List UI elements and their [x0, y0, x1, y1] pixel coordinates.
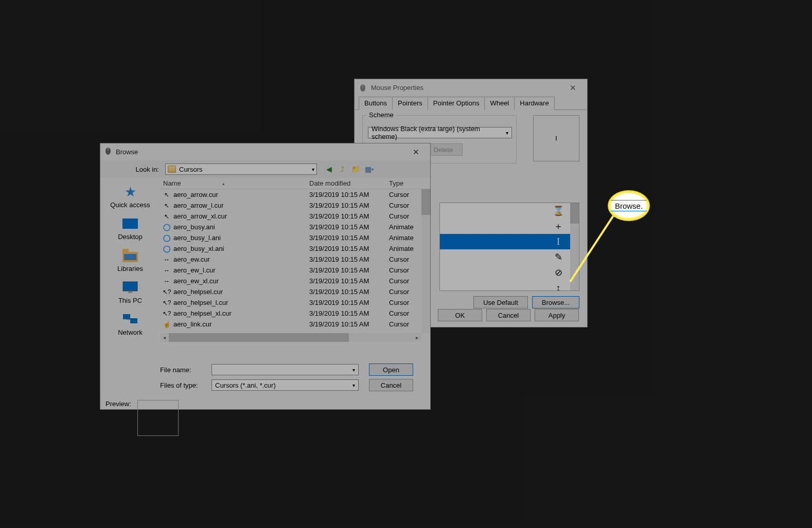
up-one-level-icon[interactable]: ⤴ [338, 165, 347, 174]
col-date[interactable]: Date modified [309, 179, 389, 187]
file-list-rows[interactable]: ↖aero_arrow.cur3/19/2019 10:15 AMCursor↖… [160, 189, 430, 333]
file-icon: ↖ [163, 213, 170, 220]
tab-pointer-options[interactable]: Pointer Options [428, 97, 485, 110]
new-folder-icon[interactable]: 📁 [351, 165, 360, 174]
vertical-scrollbar[interactable] [421, 189, 430, 333]
back-icon[interactable]: ◀ [324, 165, 333, 174]
pointer-preview: I [533, 115, 579, 161]
file-row[interactable]: ☝aero_link.cur3/19/2019 10:15 AMCursor [160, 319, 430, 330]
places-bar: ★ Quick access Desktop Libraries This PC… [100, 178, 160, 358]
place-quick-access[interactable]: ★ Quick access [100, 182, 160, 211]
svg-rect-7 [124, 254, 136, 260]
tab-hardware[interactable]: Hardware [514, 97, 554, 110]
tab-wheel[interactable]: Wheel [484, 97, 515, 110]
file-name-label: File name: [160, 366, 211, 374]
unavailable-icon: ⊘ [552, 267, 564, 278]
place-desktop[interactable]: Desktop [100, 214, 160, 243]
file-type: Cursor [389, 277, 417, 285]
file-row[interactable]: ◯aero_busy.ani3/19/2019 10:15 AMAnimate [160, 222, 430, 232]
files-of-type-label: Files of type: [160, 381, 211, 389]
tab-pointers[interactable]: Pointers [392, 97, 428, 110]
file-row[interactable]: ↖?aero_helpsel.cur3/19/2019 10:15 AMCurs… [160, 286, 430, 297]
file-type: Animate [389, 245, 417, 252]
mouse-properties-title: Mouse Properties [371, 84, 562, 92]
file-row[interactable]: ↔aero_ew_l.cur3/19/2019 10:15 AMCursor [160, 265, 430, 276]
scheme-select[interactable]: Windows Black (extra large) (system sche… [368, 127, 512, 138]
file-name: aero_arrow_l.cur [173, 202, 224, 209]
close-icon[interactable]: ✕ [562, 82, 583, 94]
scrollbar-thumb[interactable] [421, 189, 430, 215]
file-icon: ◯ [163, 234, 170, 242]
customize-row-busy[interactable]: ⌛ [440, 203, 579, 219]
horizontal-scrollbar[interactable]: ◂ ▸ [160, 333, 421, 342]
file-row[interactable]: ◯aero_busy_xl.ani3/19/2019 10:15 AMAnima… [160, 243, 430, 254]
file-row[interactable]: ↖aero_arrow_xl.cur3/19/2019 10:15 AMCurs… [160, 211, 430, 222]
file-row[interactable]: ↖?aero_helpsel_xl.cur3/19/2019 10:15 AMC… [160, 308, 430, 319]
scrollbar-thumb[interactable] [570, 203, 579, 224]
file-name: aero_ew.cur [173, 256, 210, 263]
views-icon[interactable]: ▦▾ [364, 165, 374, 174]
col-type[interactable]: Type [389, 179, 417, 187]
file-row[interactable]: ↖aero_arrow_l.cur3/19/2019 10:15 AMCurso… [160, 200, 430, 211]
file-icon: ↖? [163, 288, 170, 296]
svg-rect-8 [123, 282, 137, 291]
scroll-left-icon[interactable]: ◂ [160, 333, 169, 342]
file-list-header[interactable]: Name▴ Date modified Type [160, 178, 430, 189]
files-of-type-select[interactable]: Cursors (*.ani, *.cur) ▾ [211, 379, 359, 391]
file-type: Cursor [389, 309, 417, 317]
customize-list[interactable]: ⌛ ＋ I ✎ ⊘ ↕ [439, 203, 579, 291]
tab-buttons[interactable]: Buttons [359, 97, 393, 110]
place-label: Network [118, 329, 143, 336]
scrollbar-thumb[interactable] [169, 333, 349, 342]
customize-row-text-select[interactable]: I [440, 234, 579, 249]
libraries-icon [121, 248, 139, 263]
place-network[interactable]: Network [100, 309, 160, 338]
file-name: aero_ew_l.cur [173, 266, 216, 274]
look-in-select[interactable]: Cursors ▾ [165, 163, 317, 175]
mouse-properties-tabs: Buttons Pointers Pointer Options Wheel H… [355, 96, 587, 110]
scroll-right-icon[interactable]: ▸ [413, 333, 421, 342]
file-date: 3/19/2019 10:15 AM [309, 245, 389, 252]
open-button[interactable]: Open [369, 363, 413, 376]
ok-button[interactable]: OK [438, 309, 482, 321]
file-icon: ↔ [163, 256, 170, 263]
chevron-down-icon[interactable]: ▾ [352, 367, 355, 373]
close-icon[interactable]: ✕ [405, 146, 426, 158]
folder-icon [168, 166, 176, 173]
chevron-down-icon[interactable]: ▾ [352, 383, 355, 388]
file-name-input[interactable]: ▾ [211, 364, 359, 375]
file-name: aero_busy_l.ani [173, 234, 221, 242]
customize-row-precision[interactable]: ＋ [440, 219, 579, 234]
file-date: 3/19/2019 10:15 AM [309, 299, 389, 306]
customize-row-handwriting[interactable]: ✎ [440, 249, 579, 265]
file-row[interactable]: ◯aero_busy_l.ani3/19/2019 10:15 AMAnimat… [160, 232, 430, 243]
place-libraries[interactable]: Libraries [100, 246, 160, 275]
cancel-button[interactable]: Cancel [369, 379, 413, 391]
file-icon: ↖? [163, 310, 170, 317]
customize-row-unavailable[interactable]: ⊘ [440, 265, 579, 280]
apply-button[interactable]: Apply [535, 309, 579, 321]
file-row[interactable]: ↖?aero_helpsel_l.cur3/19/2019 10:15 AMCu… [160, 297, 430, 308]
col-name[interactable]: Name [163, 179, 181, 187]
file-row[interactable]: ↔aero_ew.cur3/19/2019 10:15 AMCursor [160, 254, 430, 265]
cancel-button[interactable]: Cancel [486, 309, 531, 321]
file-icon: ↖? [163, 299, 170, 306]
file-date: 3/19/2019 10:15 AM [309, 191, 389, 198]
place-this-pc[interactable]: This PC [100, 278, 160, 306]
mouse-properties-titlebar[interactable]: Mouse Properties ✕ [355, 79, 587, 96]
file-row[interactable]: ↖aero_arrow.cur3/19/2019 10:15 AMCursor [160, 189, 430, 200]
customize-row-resize-ns[interactable]: ↕ [440, 280, 579, 291]
sort-asc-icon: ▴ [222, 181, 225, 186]
file-date: 3/19/2019 10:15 AM [309, 202, 389, 209]
file-date: 3/19/2019 10:15 AM [309, 212, 389, 220]
file-type: Cursor [389, 299, 417, 306]
file-type: Cursor [389, 256, 417, 263]
browse-toolbar: Look in: Cursors ▾ ◀ ⤴ 📁 ▦▾ [100, 160, 430, 178]
file-icon: ↖ [163, 191, 170, 198]
customize-scrollbar[interactable] [570, 203, 579, 290]
file-row[interactable]: ↔aero_ew_xl.cur3/19/2019 10:15 AMCursor [160, 276, 430, 286]
file-type: Cursor [389, 202, 417, 209]
file-name: aero_arrow_xl.cur [173, 212, 227, 220]
browse-titlebar[interactable]: Browse ✕ [100, 143, 430, 160]
preview-box [137, 400, 179, 436]
